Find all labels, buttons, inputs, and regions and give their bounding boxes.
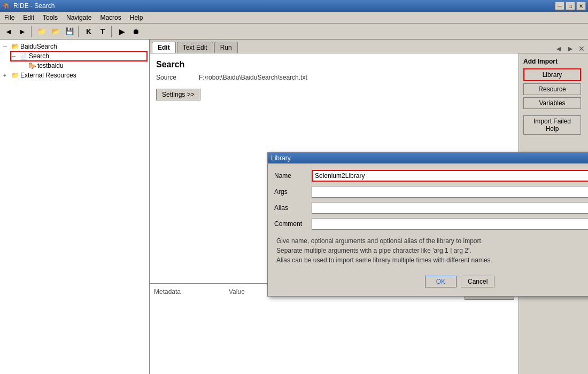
import-divider-2 [523, 137, 584, 141]
dialog-args-label: Args [274, 188, 312, 196]
tab-close-button[interactable]: ✕ [577, 44, 586, 53]
toolbar-k-button[interactable]: K [82, 25, 95, 38]
title-bar-controls: ─ □ ✕ [555, 2, 586, 10]
toolbar-separator-2 [78, 26, 80, 37]
dialog-buttons: OK Cancel [274, 271, 588, 290]
toolbar-record-button[interactable]: ⏺ [129, 25, 142, 38]
dialog-name-label: Name [274, 172, 312, 180]
toolbar-back-button[interactable]: ◄ [2, 25, 15, 38]
tree-toggle-search: ─ [12, 53, 18, 59]
dialog-comment-row: Comment [274, 218, 588, 230]
source-path: F:\robot\Baidu\BaiduSearch\search.txt [199, 74, 307, 81]
toolbar-separator-1 [31, 26, 33, 37]
dialog-comment-input[interactable] [312, 218, 588, 230]
source-label: Source [156, 74, 199, 81]
tree-label-external: External Resources [20, 72, 76, 79]
close-button[interactable]: ✕ [576, 2, 586, 10]
menu-macros[interactable]: Macros [96, 13, 125, 22]
tree-label-baidusearch: BaiduSearch [20, 43, 57, 50]
metadata-col-metadata: Metadata [154, 288, 218, 295]
main-layout: ─ 📂 BaiduSearch ─ 📄 Search 🐎 testbaidu +… [0, 40, 588, 374]
toolbar-save-button[interactable]: 💾 [63, 25, 76, 38]
dialog-content: Name Browse Args Alias [268, 163, 588, 296]
dialog-comment-label: Comment [274, 220, 312, 228]
title-bar: 🏇 RIDE - Search ─ □ ✕ [0, 0, 588, 12]
dialog-title: Library [271, 154, 291, 162]
tree-item-testbaidu[interactable]: 🐎 testbaidu [19, 61, 147, 71]
source-row: Source F:\robot\Baidu\BaiduSearch\search… [156, 74, 582, 81]
dialog-name-input[interactable] [312, 170, 588, 182]
add-library-button[interactable]: Library [523, 68, 581, 81]
edit-section: Search Source F:\robot\Baidu\BaiduSearch… [156, 60, 582, 100]
tree-label-testbaidu: testbaidu [37, 62, 64, 69]
tree-item-external[interactable]: + 📁 External Resources [2, 71, 147, 80]
section-title: Search [156, 60, 582, 69]
content-area: Search Source F:\robot\Baidu\BaiduSearch… [150, 53, 588, 374]
dialog-alias-row: Alias [274, 202, 588, 214]
import-failed-help-button[interactable]: Import Failed Help [523, 115, 581, 135]
tree-item-search[interactable]: ─ 📄 Search [11, 51, 147, 61]
tree-toggle-baidusearch[interactable]: ─ [3, 44, 10, 50]
dialog-alias-label: Alias [274, 204, 312, 212]
menu-bar: File Edit Tools Navigate Macros Help [0, 12, 588, 24]
library-dialog: Library ✕ Name Browse Args [267, 152, 588, 297]
folder-open-icon: 📂 [11, 42, 19, 51]
toolbar-run-button[interactable]: ▶ [115, 25, 128, 38]
menu-edit[interactable]: Edit [19, 13, 38, 22]
import-divider [523, 111, 584, 115]
tree-label-search: Search [29, 52, 49, 60]
tab-next-button[interactable]: ► [566, 44, 575, 53]
dialog-name-row: Name Browse [274, 170, 588, 182]
toolbar-open-folder-button[interactable]: 📁 [35, 25, 48, 38]
file-icon-search: 📄 [19, 52, 28, 60]
dialog-alias-input[interactable] [312, 202, 588, 214]
right-panel: Edit Text Edit Run ◄ ► ✕ Search Source F… [150, 40, 588, 374]
toolbar-separator-3 [111, 26, 113, 37]
menu-file[interactable]: File [0, 13, 19, 22]
dialog-title-bar: Library ✕ [268, 153, 588, 163]
add-import-title: Add Import [523, 58, 584, 65]
settings-button[interactable]: Settings >> [156, 89, 200, 100]
window-title: RIDE - Search [13, 2, 55, 10]
menu-tools[interactable]: Tools [38, 13, 62, 22]
tab-text-edit[interactable]: Text Edit [177, 42, 213, 53]
dialog-ok-button[interactable]: OK [425, 276, 457, 287]
add-resource-button[interactable]: Resource [523, 83, 581, 95]
dialog-description: Give name, optional arguments and option… [274, 234, 588, 267]
toolbar-open-file-button[interactable]: 📂 [49, 25, 62, 38]
menu-navigate[interactable]: Navigate [62, 13, 96, 22]
menu-help[interactable]: Help [126, 13, 148, 22]
maximize-button[interactable]: □ [566, 2, 575, 10]
resource-icon-testbaidu: 🐎 [28, 61, 36, 70]
tree-item-baidusearch[interactable]: ─ 📂 BaiduSearch [2, 42, 147, 51]
folder-closed-icon: 📁 [11, 71, 19, 80]
minimize-button[interactable]: ─ [555, 2, 564, 10]
app-icon: 🏇 [2, 2, 10, 10]
tab-bar: Edit Text Edit Run ◄ ► ✕ [150, 40, 588, 53]
dialog-cancel-button[interactable]: Cancel [461, 276, 494, 287]
tab-edit[interactable]: Edit [152, 42, 176, 53]
tab-controls: ◄ ► ✕ [554, 44, 586, 53]
tab-prev-button[interactable]: ◄ [554, 44, 563, 53]
toolbar: ◄ ► 📁 📂 💾 K T ▶ ⏺ [0, 24, 588, 40]
tab-run[interactable]: Run [214, 42, 238, 53]
dialog-args-input[interactable] [312, 186, 588, 198]
metadata-area: Metadata Value Comment Add Metadata [150, 283, 519, 374]
toolbar-forward-button[interactable]: ► [16, 25, 29, 38]
tree-toggle-external[interactable]: + [3, 73, 10, 79]
title-bar-title: 🏇 RIDE - Search [2, 2, 55, 10]
add-variables-button[interactable]: Variables [523, 97, 581, 109]
dialog-args-row: Args [274, 186, 588, 198]
toolbar-t-button[interactable]: T [96, 25, 109, 38]
file-tree: ─ 📂 BaiduSearch ─ 📄 Search 🐎 testbaidu +… [0, 40, 150, 374]
